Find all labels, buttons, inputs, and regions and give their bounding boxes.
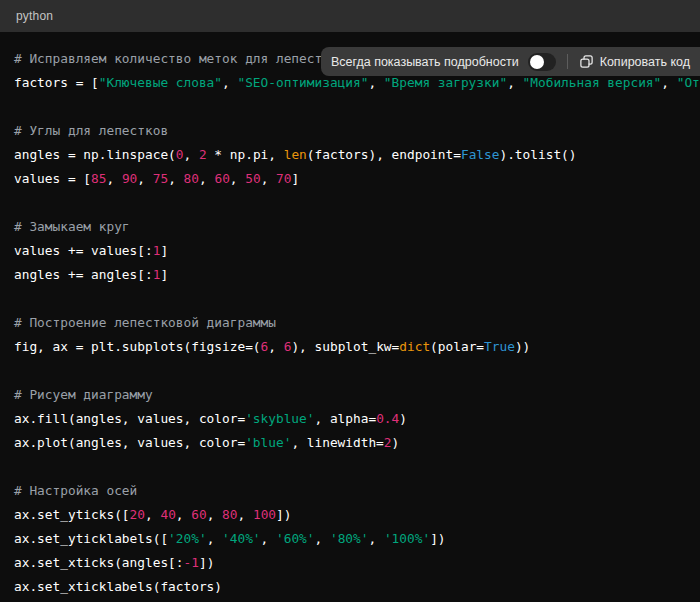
code-line: ax.set_xticks(angles[:-1]) (14, 551, 700, 575)
code-line: fig, ax = plt.subplots(figsize=(6, 6), s… (14, 335, 700, 359)
code-line: # Рисуем диаграмму (14, 383, 700, 407)
toggle-knob (530, 55, 544, 69)
code-block-header: python (0, 0, 700, 32)
code-line: ax.set_yticklabels(['20%', '40%', '60%',… (14, 527, 700, 551)
code-line (14, 359, 700, 383)
copy-icon (579, 54, 594, 69)
code-line (14, 287, 700, 311)
code-line (14, 191, 700, 215)
code-line: angles += angles[:1] (14, 263, 700, 287)
code-language-label: python (16, 9, 53, 23)
always-show-details-label: Всегда показывать подробности (331, 55, 519, 69)
code-line: # Углы для лепестков (14, 119, 700, 143)
code-line: values += values[:1] (14, 239, 700, 263)
code-line (14, 455, 700, 479)
code-block: # Исправляем количество меток для лепест… (0, 32, 700, 602)
code-line: # Построение лепестковой диаграммы (14, 311, 700, 335)
code-line: ax.fill(angles, values, color='skyblue',… (14, 407, 700, 431)
code-line (14, 95, 700, 119)
code-line: values = [85, 90, 75, 80, 60, 50, 70] (14, 167, 700, 191)
code-toolbar: Всегда показывать подробности Копировать… (321, 47, 700, 76)
code-line: ax.plot(angles, values, color='blue', li… (14, 431, 700, 455)
code-content: # Исправляем количество меток для лепест… (14, 47, 700, 599)
code-line: # Замыкаем круг (14, 215, 700, 239)
always-show-details-toggle[interactable] (528, 53, 556, 71)
toolbar-divider (567, 54, 568, 69)
copy-code-label: Копировать код (600, 55, 690, 69)
code-block-window: python # Исправляем количество меток для… (0, 0, 700, 602)
code-line: angles = np.linspace(0, 2 * np.pi, len(f… (14, 143, 700, 167)
code-line: ax.set_yticks([20, 40, 60, 80, 100]) (14, 503, 700, 527)
code-line: ax.set_xticklabels(factors) (14, 575, 700, 599)
code-line: # Настройка осей (14, 479, 700, 503)
copy-code-button[interactable]: Копировать код (579, 54, 690, 69)
